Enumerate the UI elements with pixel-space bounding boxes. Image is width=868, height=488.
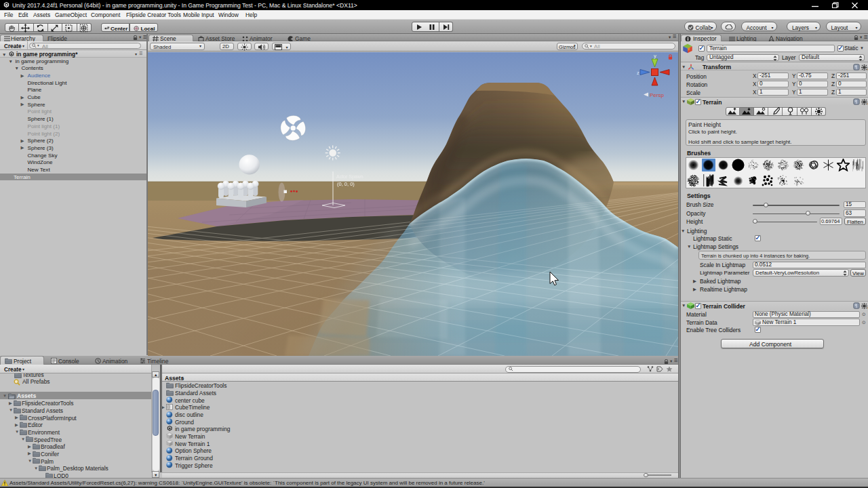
svg-text:Actor Spawn: Actor Spawn <box>336 174 363 180</box>
svg-text:(0, 0, 0): (0, 0, 0) <box>337 181 355 187</box>
svg-text:z: z <box>637 70 639 76</box>
svg-text:y: y <box>654 53 656 59</box>
svg-text:Persp: Persp <box>650 92 664 98</box>
